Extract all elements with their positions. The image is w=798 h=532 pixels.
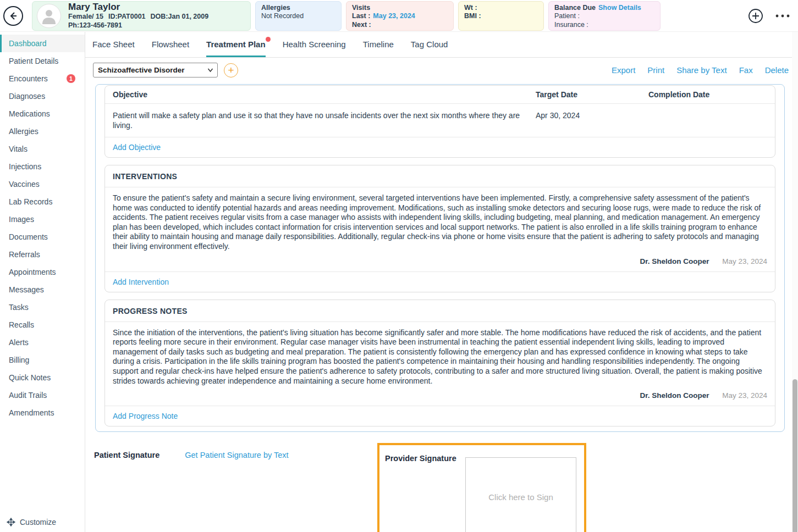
objective-completion-date <box>648 110 767 130</box>
tab-label: Treatment Plan <box>206 40 266 49</box>
progress-notes-author: Dr. Sheldon Cooper <box>640 391 709 400</box>
sidebar-item-alerts[interactable]: Alerts <box>0 334 85 351</box>
tab-flowsheet[interactable]: Flowsheet <box>152 32 189 57</box>
sidebar-item-encounters[interactable]: Encounters 1 <box>0 70 85 87</box>
sidebar-item-amendments[interactable]: Amendments <box>0 404 85 422</box>
sidebar-item-label: Billing <box>9 356 29 364</box>
share-by-text-link[interactable]: Share by Text <box>676 65 727 75</box>
export-link[interactable]: Export <box>612 65 635 75</box>
show-details-link[interactable]: Show Details <box>598 4 641 13</box>
tab-health-screening[interactable]: Health Screening <box>283 32 346 57</box>
patient-id: ID:PAT0001 <box>108 12 146 21</box>
sidebar-item-referrals[interactable]: Referrals <box>0 246 85 263</box>
diagnosis-select[interactable]: Schizoaffective Disorder <box>93 63 218 77</box>
visits-title: Visits <box>352 4 448 13</box>
signatures-section: Patient Signature Get Patient Signature … <box>94 443 785 532</box>
sidebar-item-documents[interactable]: Documents <box>0 228 85 246</box>
sidebar-item-label: Messages <box>9 285 44 294</box>
interventions-card: INTERVENTIONS To ensure the patient's sa… <box>104 165 775 292</box>
patient-name: Mary Taylor <box>68 2 208 12</box>
scrollbar-thumb[interactable] <box>793 379 797 532</box>
tab-label: Tag Cloud <box>411 40 448 49</box>
tab-label: Face Sheet <box>92 40 135 49</box>
add-intervention-link[interactable]: Add Intervention <box>113 278 169 286</box>
sidebar-item-messages[interactable]: Messages <box>0 281 85 298</box>
sidebar-item-label: Patient Details <box>9 57 58 65</box>
sidebar-item-quick-notes[interactable]: Quick Notes <box>0 369 85 386</box>
more-menu-button[interactable] <box>775 14 790 18</box>
visits-last-date-link[interactable]: May 23, 2024 <box>373 12 415 21</box>
sidebar-item-label: Vaccines <box>9 180 40 189</box>
tab-face-sheet[interactable]: Face Sheet <box>92 32 135 57</box>
objective-text: Patient will make a safety plan and use … <box>113 110 536 130</box>
sidebar: Dashboard Patient Details Encounters 1 D… <box>0 32 85 532</box>
app-root: Mary Taylor Female/ 15 ID:PAT0001 DOB:Ja… <box>0 0 798 532</box>
get-patient-signature-by-text-link[interactable]: Get Patient Signature by Text <box>185 451 288 459</box>
customize-button[interactable]: Customize <box>0 512 85 532</box>
fax-link[interactable]: Fax <box>739 65 753 75</box>
visits-next-label: Next : <box>352 21 371 30</box>
provider-signature-highlight-box: Provider Signature Click here to Sign <box>377 443 586 532</box>
tab-treatment-plan[interactable]: Treatment Plan <box>206 32 266 57</box>
scrollbar-track <box>792 0 798 532</box>
progress-notes-byline: Dr. Sheldon Cooper May 23, 2024 <box>105 388 775 406</box>
sidebar-item-label: Audit Trails <box>9 391 47 400</box>
add-new-button[interactable] <box>748 8 763 24</box>
allergies-title: Allergies <box>261 4 335 13</box>
sidebar-item-label: Documents <box>9 232 48 241</box>
sidebar-item-label: Lab Records <box>9 197 52 206</box>
sidebar-item-label: Recalls <box>9 320 34 329</box>
add-objective-link[interactable]: Add Objective <box>113 143 161 152</box>
sidebar-item-tasks[interactable]: Tasks <box>0 298 85 316</box>
objectives-table-header: Objective Target Date Completion Date <box>105 86 775 104</box>
provider-signature-pad[interactable]: Click here to Sign <box>465 457 576 532</box>
sidebar-item-appointments[interactable]: Appointments <box>0 263 85 281</box>
sidebar-item-label: Quick Notes <box>9 373 51 382</box>
sidebar-item-vaccines[interactable]: Vaccines <box>0 175 85 193</box>
weight-label: Wt : <box>464 4 538 13</box>
sidebar-item-dashboard[interactable]: Dashboard <box>0 35 85 52</box>
sidebar-item-vitals[interactable]: Vitals <box>0 140 85 158</box>
sidebar-item-label: Medications <box>9 109 50 118</box>
sidebar-item-lab-records[interactable]: Lab Records <box>0 193 85 210</box>
visits-last-label: Last : <box>352 12 370 21</box>
sidebar-item-billing[interactable]: Billing <box>0 351 85 369</box>
balance-title: Balance Due <box>554 4 596 13</box>
delete-link[interactable]: Delete <box>765 65 789 75</box>
sidebar-item-patient-details[interactable]: Patient Details <box>0 52 85 70</box>
tab-tag-cloud[interactable]: Tag Cloud <box>411 32 448 57</box>
sidebar-item-images[interactable]: Images <box>0 210 85 228</box>
sidebar-item-audit-trails[interactable]: Audit Trails <box>0 386 85 404</box>
sidebar-item-diagnoses[interactable]: Diagnoses <box>0 87 85 105</box>
add-progress-note-link[interactable]: Add Progress Note <box>113 412 178 420</box>
back-button[interactable] <box>3 6 23 26</box>
sidebar-item-label: Vitals <box>9 145 27 153</box>
tab-bar: Face Sheet Flowsheet Treatment Plan Heal… <box>85 32 798 58</box>
balance-insurance-label: Insurance : <box>554 21 654 30</box>
patient-summary-card: Mary Taylor Female/ 15 ID:PAT0001 DOB:Ja… <box>32 1 251 31</box>
sidebar-item-allergies[interactable]: Allergies <box>0 123 85 140</box>
tab-timeline[interactable]: Timeline <box>363 32 394 57</box>
patient-signature-label: Patient Signature <box>94 451 159 459</box>
progress-notes-body: Since the initiation of the intervention… <box>105 322 775 389</box>
sidebar-item-medications[interactable]: Medications <box>0 105 85 123</box>
vitals-summary-box: Wt : BMI : <box>458 1 544 31</box>
interventions-title: INTERVENTIONS <box>105 165 775 187</box>
sidebar-item-recalls[interactable]: Recalls <box>0 316 85 334</box>
patient-phone: Ph:123-456-7891 <box>68 21 122 30</box>
back-arrow-icon <box>8 11 18 21</box>
sidebar-item-label: Injections <box>9 162 41 171</box>
sidebar-item-label: Amendments <box>9 408 54 417</box>
sidebar-item-label: Encounters <box>9 74 48 83</box>
objective-row[interactable]: Patient will make a safety plan and use … <box>105 104 775 137</box>
add-treatment-plan-button[interactable]: + <box>224 63 238 77</box>
target-date-column-header: Target Date <box>536 90 648 99</box>
sidebar-item-label: Allergies <box>9 127 38 136</box>
plan-toolbar: Schizoaffective Disorder + Export Print … <box>85 58 798 82</box>
allergies-value: Not Recorded <box>261 12 335 21</box>
sidebar-item-injections[interactable]: Injections <box>0 158 85 175</box>
print-link[interactable]: Print <box>647 65 664 75</box>
progress-notes-date: May 23, 2024 <box>722 391 767 400</box>
sidebar-item-label: Dashboard <box>9 39 47 48</box>
plus-circle-icon <box>748 8 763 24</box>
